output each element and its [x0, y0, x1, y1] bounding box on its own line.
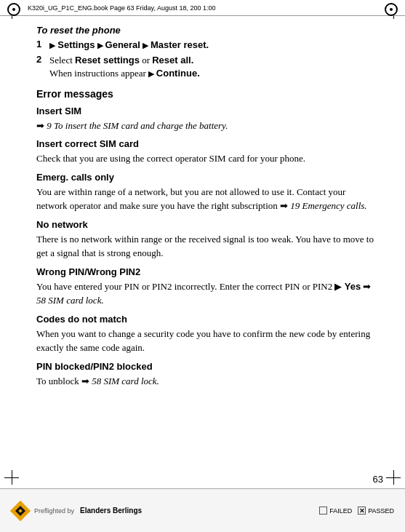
- reset-steps: 1 ▶ Settings ▶ General ▶ Master reset. 2…: [36, 39, 376, 81]
- arrow-2: ▶: [97, 41, 105, 49]
- arrow-3: ▶: [143, 41, 151, 49]
- pin-blocked-body: To unblock ➡ 58 SIM card lock.: [36, 374, 376, 389]
- codes-no-match-body: When you want to change a security code …: [36, 327, 376, 355]
- footer-bar: Preflighted by Elanders Berlings FAILED …: [0, 488, 405, 532]
- emerg-calls-header: Emerg. calls only: [36, 172, 376, 183]
- select-label: Select: [49, 55, 75, 65]
- passed-checkbox: ✕: [358, 507, 366, 515]
- no-network-body: There is no network within range or the …: [36, 232, 376, 261]
- preflight-label: Preflighted by: [34, 507, 74, 515]
- page-wrapper: K320i_UG_P1C_ENG.book Page 63 Friday, Au…: [0, 0, 405, 532]
- page-number: 63: [373, 474, 383, 485]
- continue-label: Continue.: [156, 68, 200, 79]
- company-name: Elanders Berlings: [80, 507, 142, 515]
- step-1: 1 ▶ Settings ▶ General ▶ Master reset.: [36, 39, 376, 52]
- crosshair-bottom-left: [4, 470, 19, 485]
- footer-logo-area: Preflighted by Elanders Berlings: [11, 501, 142, 520]
- step-2: 2 Select Reset settings or Reset all. Wh…: [36, 54, 376, 80]
- header-mark-right: [385, 3, 398, 16]
- codes-no-match-header: Codes do not match: [36, 314, 376, 325]
- step-2-number: 2: [36, 54, 45, 65]
- passed-check-item: ✕ PASSED: [358, 507, 394, 515]
- or-label: or: [142, 55, 152, 65]
- general-label: General: [105, 39, 140, 50]
- step-1-content: ▶ Settings ▶ General ▶ Master reset.: [49, 39, 209, 52]
- book-info: K320i_UG_P1C_ENG.book Page 63 Friday, Au…: [28, 4, 216, 12]
- no-network-header: No network: [36, 219, 376, 230]
- settings-label: Settings: [57, 39, 95, 50]
- when-instructions: When instructions appear: [49, 68, 146, 79]
- reset-settings-label: Reset settings: [75, 55, 140, 65]
- pin-blocked-header: PIN blocked/PIN2 blocked: [36, 361, 376, 372]
- passed-label: PASSED: [368, 507, 394, 515]
- error-messages-header: Error messages: [36, 88, 376, 100]
- reset-all-label: Reset all.: [152, 55, 193, 65]
- main-content: To reset the phone 1 ▶ Settings ▶ Genera…: [36, 16, 376, 488]
- insert-sim-body: ➡ 9 To insert the SIM card and charge th…: [36, 119, 376, 133]
- step-1-number: 1: [36, 39, 45, 49]
- crosshair-bottom-right: [386, 470, 401, 485]
- insert-sim-ref: 9 To insert the SIM card and charge the …: [47, 120, 228, 131]
- insert-sim-arrow: ➡: [36, 120, 47, 131]
- wrong-pin-header: Wrong PIN/Wrong PIN2: [36, 266, 376, 277]
- yes-label: Yes: [345, 281, 361, 292]
- header-mark-left: [7, 3, 20, 16]
- header-bar: K320i_UG_P1C_ENG.book Page 63 Friday, Au…: [0, 0, 405, 16]
- preflight-diamond-icon: [11, 501, 30, 520]
- insert-correct-sim-body: Check that you are using the correct ope…: [36, 151, 376, 166]
- footer-checkbox-area: FAILED ✕ PASSED: [319, 507, 394, 515]
- step-2-content: Select Reset settings or Reset all. When…: [49, 54, 200, 80]
- arrow-1: ▶: [49, 41, 55, 49]
- insert-correct-sim-header: Insert correct SIM card: [36, 138, 376, 149]
- failed-check-item: FAILED: [319, 507, 352, 515]
- master-reset-label: Master reset.: [151, 39, 209, 50]
- reset-section-title: To reset the phone: [36, 25, 376, 36]
- wrong-pin-body: You have entered your PIN or PIN2 incorr…: [36, 279, 376, 308]
- failed-label: FAILED: [329, 507, 352, 515]
- failed-checkbox: [319, 507, 327, 515]
- step2-arrow: ▶: [148, 69, 156, 78]
- insert-sim-header: Insert SIM: [36, 106, 376, 116]
- emerg-calls-body: You are within range of a network, but y…: [36, 185, 376, 213]
